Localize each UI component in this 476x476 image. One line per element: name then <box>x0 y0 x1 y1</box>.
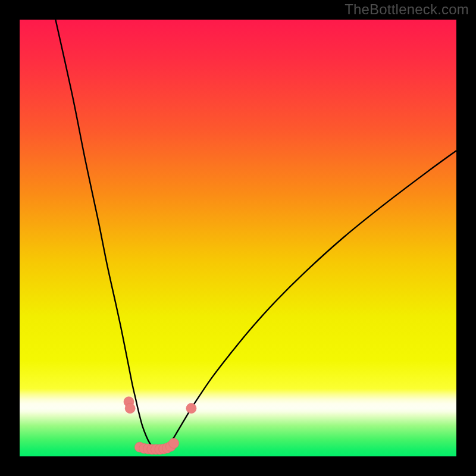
data-marker <box>169 438 179 448</box>
watermark-text: TheBottleneck.com <box>345 1 469 18</box>
data-marker <box>186 403 196 414</box>
right-curve <box>162 151 456 449</box>
plot-area <box>20 20 456 456</box>
data-marker <box>125 403 135 414</box>
curve-layer <box>20 20 456 456</box>
left-curve <box>55 20 157 449</box>
marker-group <box>124 397 196 455</box>
chart-frame: TheBottleneck.com <box>0 0 476 476</box>
